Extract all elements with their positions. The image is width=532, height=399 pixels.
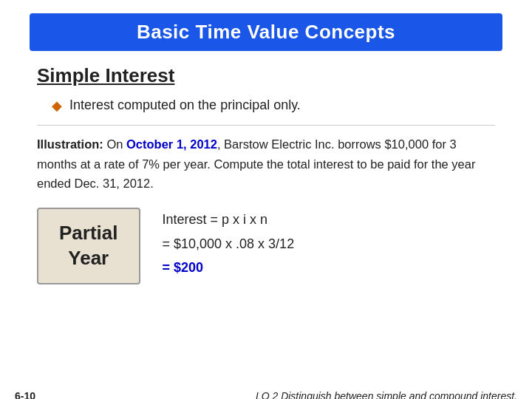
page-title: Basic Time Value Concepts xyxy=(44,21,488,44)
illustration-label: Illustration: xyxy=(37,137,103,151)
formula-header-line: Interest = p x i x n xyxy=(163,208,295,231)
partial-year-box: Partial Year xyxy=(37,208,140,284)
illustration-block: Illustration: On October 1, 2012, Barsto… xyxy=(37,125,495,193)
header-bar: Basic Time Value Concepts xyxy=(30,13,502,51)
footer: 6-10 LO 2 Distinguish between simple and… xyxy=(0,390,532,399)
bullet-text: Interest computed on the principal only. xyxy=(69,96,301,115)
page-container: Basic Time Value Concepts Simple Interes… xyxy=(0,13,532,399)
section-title: Simple Interest xyxy=(37,64,495,87)
formula-section: Partial Year Interest = p x i x n = $10,… xyxy=(37,208,495,284)
footer-lo-text: LO 2 Distinguish between simple and comp… xyxy=(256,390,517,399)
formula-line3: = $200 xyxy=(163,256,295,279)
partial-year-line2: Year xyxy=(59,246,118,271)
content-area: Simple Interest ◆ Interest computed on t… xyxy=(0,51,532,284)
formula-line2: = $10,000 x .08 x 3/12 xyxy=(163,232,295,256)
illustration-text-before: On xyxy=(103,137,126,151)
bullet-icon: ◆ xyxy=(52,98,62,114)
bullet-item: ◆ Interest computed on the principal onl… xyxy=(52,96,495,115)
formula-details: Interest = p x i x n = $10,000 x .08 x 3… xyxy=(163,208,295,279)
partial-year-line1: Partial xyxy=(59,221,118,246)
footer-page-number: 6-10 xyxy=(15,390,35,399)
illustration-date: October 1, 2012 xyxy=(126,137,217,151)
formula-header-text: Interest = p x i x n xyxy=(163,212,268,227)
